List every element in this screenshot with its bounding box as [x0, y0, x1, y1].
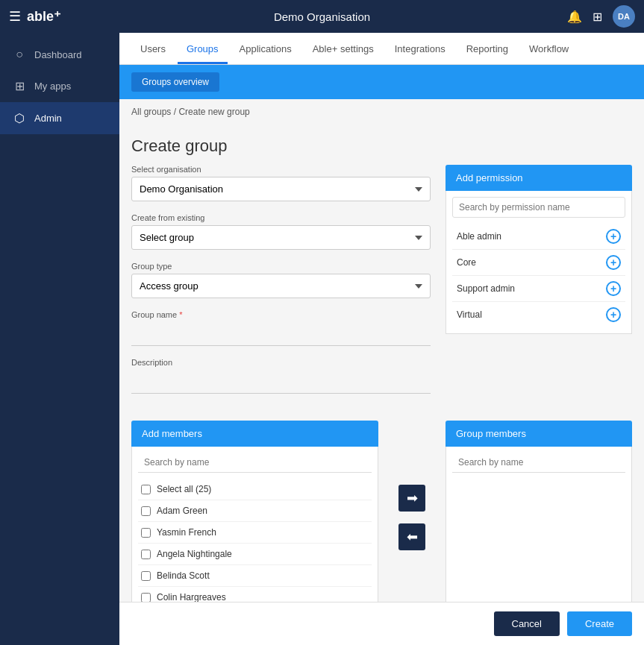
grid-icon[interactable]: ⊞ [593, 10, 602, 24]
member-yasmin-french: Yasmin French [138, 522, 372, 544]
add-able-admin-button[interactable]: + [606, 229, 621, 244]
group-members-header: Group members [446, 421, 632, 447]
group-name-label: Group name * [131, 310, 431, 319]
form-area: Select organisation Demo Organisation Cr… [119, 165, 644, 421]
angela-nightingale-checkbox[interactable] [141, 550, 151, 559]
colin-hargreaves-checkbox[interactable] [141, 593, 151, 602]
content-area: Users Groups Applications Able+ settings… [119, 33, 644, 645]
add-virtual-button[interactable]: + [606, 307, 621, 322]
permission-item-able-admin: Able admin + [452, 224, 625, 250]
add-support-admin-button[interactable]: + [606, 281, 621, 296]
avatar[interactable]: DA [613, 5, 635, 28]
member-select-all: Select all (25) [138, 479, 372, 500]
group-members-body [446, 447, 632, 611]
group-name-input[interactable] [131, 322, 431, 346]
group-type-label: Group type [131, 262, 431, 271]
add-members-header: Add members [131, 421, 378, 447]
arrow-right-icon: ➡ [407, 490, 418, 506]
hamburger-icon[interactable]: ☰ [9, 8, 21, 25]
permission-search-input[interactable] [452, 197, 625, 218]
form-left: Select organisation Demo Organisation Cr… [131, 165, 431, 406]
adam-green-checkbox[interactable] [141, 506, 151, 516]
description-label: Description [131, 358, 431, 367]
create-button[interactable]: Create [567, 611, 632, 636]
bell-icon[interactable]: 🔔 [567, 10, 582, 24]
move-right-button[interactable]: ➡ [398, 485, 425, 512]
tab-workflow[interactable]: Workflow [520, 33, 578, 64]
permission-panel-body: Able admin + Core + Support admin + Virt… [446, 191, 632, 334]
select-organisation-group: Select organisation Demo Organisation [131, 165, 431, 201]
app-logo: able⁺ [27, 8, 61, 25]
description-group: Description [131, 358, 431, 394]
transfer-arrows: ➡ ⬅ [393, 421, 431, 614]
arrow-left-icon: ⬅ [407, 529, 418, 545]
member-angela-nightingale: Angela Nightingale [138, 544, 372, 565]
permission-item-support-admin: Support admin + [452, 276, 625, 302]
add-members-search[interactable] [138, 453, 372, 473]
member-adam-green: Adam Green [138, 500, 372, 522]
members-section: Add members Select all (25) Adam Green Y… [119, 421, 644, 629]
create-from-existing-label: Create from existing [131, 213, 431, 222]
bottom-actions: Cancel Create [119, 602, 644, 645]
tab-groups[interactable]: Groups [178, 33, 228, 64]
add-core-button[interactable]: + [606, 255, 621, 270]
permission-panel-header: Add permission [446, 165, 632, 191]
breadcrumb: All groups / Create new group [119, 99, 644, 125]
permission-item-virtual: Virtual + [452, 302, 625, 327]
main-layout: ○ Dashboard ⊞ My apps ⬡ Admin Users Grou… [0, 33, 644, 645]
breadcrumb-all-groups[interactable]: All groups [131, 107, 171, 117]
tab-navigation: Users Groups Applications Able+ settings… [119, 33, 644, 65]
select-all-checkbox[interactable] [141, 485, 151, 494]
sidebar-item-admin[interactable]: ⬡ Admin [0, 102, 119, 134]
group-members-search[interactable] [452, 453, 625, 473]
groups-overview-button[interactable]: Groups overview [131, 72, 219, 92]
create-from-existing-dropdown[interactable]: Select group [131, 225, 431, 250]
cancel-button[interactable]: Cancel [494, 611, 560, 636]
description-input[interactable] [131, 370, 431, 394]
admin-icon: ⬡ [12, 111, 27, 125]
sidebar: ○ Dashboard ⊞ My apps ⬡ Admin [0, 33, 119, 645]
move-left-button[interactable]: ⬅ [398, 523, 425, 550]
add-members-body: Select all (25) Adam Green Yasmin French… [131, 447, 378, 614]
top-navigation: ☰ able⁺ Demo Organisation 🔔 ⊞ DA [0, 0, 644, 33]
belinda-scott-checkbox[interactable] [141, 571, 151, 581]
sidebar-item-my-apps[interactable]: ⊞ My apps [0, 70, 119, 102]
add-members-panel: Add members Select all (25) Adam Green Y… [131, 421, 378, 614]
group-type-group: Group type Access group [131, 262, 431, 298]
permission-panel: Add permission Able admin + Core + Suppo… [446, 165, 632, 406]
required-indicator: * [179, 310, 182, 319]
yasmin-french-checkbox[interactable] [141, 528, 151, 538]
select-organisation-dropdown[interactable]: Demo Organisation [131, 177, 431, 201]
tab-reporting[interactable]: Reporting [457, 33, 517, 64]
group-type-dropdown[interactable]: Access group [131, 274, 431, 298]
page-title: Create group [119, 125, 644, 165]
dashboard-icon: ○ [12, 48, 27, 61]
my-apps-icon: ⊞ [12, 79, 27, 93]
tab-users[interactable]: Users [131, 33, 175, 64]
member-belinda-scott: Belinda Scott [138, 565, 372, 587]
top-nav-icons: 🔔 ⊞ DA [567, 5, 635, 28]
group-name-group: Group name * [131, 310, 431, 346]
select-organisation-label: Select organisation [131, 165, 431, 174]
sidebar-item-dashboard[interactable]: ○ Dashboard [0, 39, 119, 70]
permission-item-core: Core + [452, 250, 625, 276]
blue-banner: Groups overview [119, 65, 644, 99]
org-title: Demo Organisation [274, 10, 370, 23]
tab-able-settings[interactable]: Able+ settings [304, 33, 383, 64]
tab-integrations[interactable]: Integrations [386, 33, 454, 64]
tab-applications[interactable]: Applications [231, 33, 301, 64]
group-members-panel: Group members [446, 421, 632, 614]
create-from-existing-group: Create from existing Select group [131, 213, 431, 250]
